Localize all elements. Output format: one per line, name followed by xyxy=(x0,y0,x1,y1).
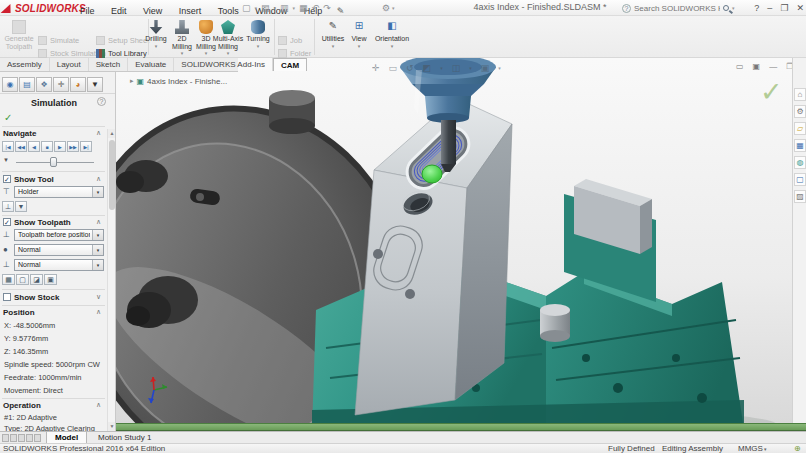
tab-assembly[interactable]: Assembly xyxy=(0,58,50,71)
toolpath-toggle-button-4[interactable]: ▣ xyxy=(44,274,57,285)
breadcrumb-label[interactable]: 4axis Index - Finishe... xyxy=(147,77,227,86)
navigate-section-header[interactable]: Navigate xyxy=(3,129,36,138)
show-tool-checkbox[interactable]: ✓ xyxy=(3,175,11,183)
search-icon[interactable] xyxy=(723,5,729,11)
sim-step-back-button[interactable]: ◀ xyxy=(28,141,40,152)
new-caret-icon[interactable]: ▾ xyxy=(255,5,258,11)
open-caret-icon[interactable]: ▾ xyxy=(274,5,277,11)
drilling-caret-icon[interactable]: ▾ xyxy=(142,44,170,49)
configuration-manager-tab-icon[interactable]: ❖ xyxy=(36,77,52,92)
file-explorer-folder-icon[interactable]: ▱ xyxy=(794,122,806,135)
sim-skip-end-button[interactable]: ▶| xyxy=(80,141,92,152)
sim-play-button[interactable]: ▶ xyxy=(54,141,66,152)
orientation-caret-icon[interactable]: ▾ xyxy=(370,44,414,49)
help-button[interactable]: ? xyxy=(754,3,759,13)
turning-button[interactable]: Turning ▾ xyxy=(244,18,272,49)
zoom-fit-icon[interactable]: ✛ xyxy=(372,63,380,73)
show-toolpath-checkbox[interactable]: ✓ xyxy=(3,218,11,226)
panel-scrollbar[interactable]: ▲ ▼ xyxy=(107,129,116,431)
units-caret-icon[interactable]: ▾ xyxy=(764,444,767,453)
undo-icon[interactable]: ↶ xyxy=(312,3,320,13)
show-stock-expand-icon[interactable]: ∨ xyxy=(96,293,101,301)
tool-display-select[interactable]: Holder ▾ xyxy=(14,186,104,198)
feature-manager-tab-icon[interactable]: ◉ xyxy=(2,77,18,92)
appearances-globe-icon[interactable]: ◍ xyxy=(794,156,806,169)
resources-home-icon[interactable]: ⌂ xyxy=(794,88,806,101)
sim-fast-back-button[interactable]: ◀◀ xyxy=(15,141,27,152)
breadcrumb-arrow-icon[interactable]: ▸ xyxy=(130,77,134,85)
toolpath-style-select[interactable]: Normal ▾ xyxy=(14,244,104,256)
toolpath-display-select[interactable]: Toolpath before position ▾ xyxy=(14,229,104,241)
sim-stop-button[interactable]: ■ xyxy=(41,141,53,152)
scroll-down-icon[interactable]: ▼ xyxy=(108,422,116,431)
operation-collapse-icon[interactable]: ∧ xyxy=(96,401,101,409)
job-button[interactable]: Job xyxy=(278,35,302,46)
tool-style-caret-icon[interactable]: ▾ xyxy=(92,260,103,270)
display-style-caret-icon[interactable]: ▾ xyxy=(469,65,472,71)
scroll-up-icon[interactable]: ▲ xyxy=(108,129,116,138)
new-document-icon[interactable]: ▢ xyxy=(242,3,251,13)
filter-tab-icon[interactable]: ▼ xyxy=(87,77,103,92)
navigate-collapse-icon[interactable]: ∧ xyxy=(96,129,101,137)
minimize-icon[interactable]: – xyxy=(767,3,772,13)
simulation-progress-bar[interactable] xyxy=(116,423,806,431)
section-view-icon[interactable]: ◩ xyxy=(423,63,432,73)
tab-layout[interactable]: Layout xyxy=(50,58,89,71)
toolpath-display-caret-icon[interactable]: ▾ xyxy=(92,230,103,240)
property-manager-tab-icon[interactable]: ▤ xyxy=(19,77,35,92)
hide-show-caret-icon[interactable]: ▾ xyxy=(498,65,501,71)
breadcrumb[interactable]: ▸ ▣ 4axis Index - Finishe... xyxy=(130,76,227,86)
tool-option-button-1[interactable]: ⊥ xyxy=(2,201,14,212)
multi-axis-caret-icon[interactable]: ▾ xyxy=(212,51,244,56)
doc-window-icon[interactable]: ▭ xyxy=(736,62,744,72)
operation-section-header[interactable]: Operation xyxy=(3,401,41,410)
tab-sketch[interactable]: Sketch xyxy=(89,58,128,71)
open-document-icon[interactable]: ▤ xyxy=(261,3,270,13)
view-palette-icon[interactable]: ▢ xyxy=(794,173,806,186)
custom-properties-icon[interactable]: ▨ xyxy=(794,190,806,203)
previous-view-icon[interactable]: ↺ xyxy=(406,63,414,73)
panel-help-icon[interactable]: ? xyxy=(97,97,106,106)
show-stock-checkbox[interactable] xyxy=(3,293,11,301)
tab-scroll-start-button[interactable] xyxy=(2,434,9,442)
scroll-thumb[interactable] xyxy=(109,140,115,210)
tab-list-button[interactable] xyxy=(34,434,41,442)
position-collapse-icon[interactable]: ∧ xyxy=(96,308,101,316)
utilities-button[interactable]: ✎ Utilities ▾ xyxy=(318,18,348,49)
scene-svg[interactable] xyxy=(116,58,792,423)
close-icon[interactable]: ✕ xyxy=(796,3,804,13)
options-caret-icon[interactable]: ▾ xyxy=(392,5,395,11)
tab-solidworks-add-ins[interactable]: SOLIDWORKS Add-Ins xyxy=(174,58,273,71)
search-input[interactable] xyxy=(634,2,720,14)
design-library-icon[interactable]: ▦ xyxy=(794,139,806,152)
toolpath-toggle-button-2[interactable]: ▢ xyxy=(16,274,29,285)
drilling-button[interactable]: Drilling ▾ xyxy=(142,18,170,49)
save-caret-icon[interactable]: ▾ xyxy=(293,5,296,11)
graphics-area[interactable] xyxy=(116,58,792,423)
display-style-icon[interactable]: ◫ xyxy=(452,63,461,73)
turning-caret-icon[interactable]: ▾ xyxy=(244,44,272,49)
generate-toolpath-button[interactable]: Generate Toolpath xyxy=(2,18,36,50)
tab-evaluate[interactable]: Evaluate xyxy=(128,58,174,71)
toolpath-toggle-button-1[interactable]: ▦ xyxy=(2,274,15,285)
status-units[interactable]: MMGS xyxy=(738,444,763,453)
toolpath-style-caret-icon[interactable]: ▾ xyxy=(92,245,103,255)
tab-scroll-forward-button[interactable] xyxy=(18,434,25,442)
gear-icon[interactable]: ⚙ xyxy=(382,3,390,13)
position-section-header[interactable]: Position xyxy=(3,308,35,317)
tab-scroll-back-button[interactable] xyxy=(10,434,17,442)
show-toolpath-collapse-icon[interactable]: ∧ xyxy=(96,218,101,226)
pin-menu-icon[interactable]: ✎ xyxy=(337,6,345,16)
sim-skip-start-button[interactable]: |◀ xyxy=(2,141,14,152)
multi-axis-milling-button[interactable]: Multi-Axis Milling ▾ xyxy=(212,18,244,56)
2d-milling-button[interactable]: 2D Milling ▾ xyxy=(170,18,194,56)
zoom-area-icon[interactable]: ▭ xyxy=(389,63,398,73)
tool-option-button-2[interactable]: ▼ xyxy=(15,201,27,212)
settings-gear-icon[interactable]: ⚙ xyxy=(794,105,806,118)
tab-scroll-end-button[interactable] xyxy=(26,434,33,442)
view-caret-icon[interactable]: ▾ xyxy=(348,44,370,49)
speed-slider-thumb[interactable] xyxy=(50,157,57,167)
save-icon[interactable]: ▥ xyxy=(280,3,289,13)
search-caret-icon[interactable]: ▾ xyxy=(732,5,735,11)
utilities-caret-icon[interactable]: ▾ xyxy=(318,44,348,49)
